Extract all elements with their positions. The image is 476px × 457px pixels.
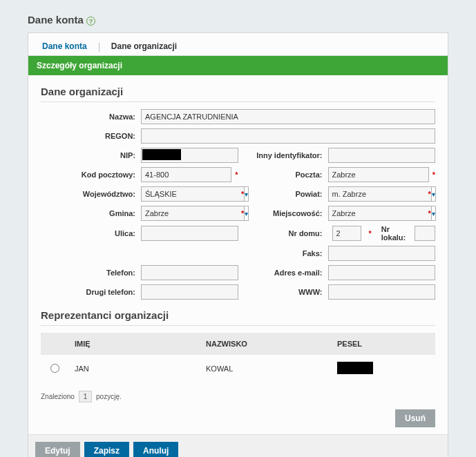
label-nrlokalu: Nr lokalu:	[381, 225, 410, 242]
input-telefon[interactable]	[141, 265, 238, 280]
label-telefon2: Drugi telefon:	[41, 288, 141, 296]
main-panel: Dane konta Dane organizacji Szczegóły or…	[28, 32, 448, 457]
reps-table: IMIĘ NAZWISKO PESEL JAN KOWAL	[41, 333, 435, 382]
delete-button[interactable]: Usuń	[395, 409, 435, 427]
input-kod[interactable]	[141, 167, 231, 182]
cell-nazwisko: KOWAL	[206, 364, 337, 373]
label-nazwa: Nazwa:	[41, 113, 141, 121]
label-regon: REGON:	[41, 132, 141, 140]
chevron-down-icon[interactable]: ▾	[432, 206, 436, 221]
required-marker: *	[369, 229, 372, 237]
input-ulica[interactable]	[141, 226, 238, 241]
cell-pesel	[337, 362, 426, 376]
col-nazwisko: NAZWISKO	[206, 340, 337, 348]
tab-divider	[99, 43, 99, 52]
select-woj[interactable]	[141, 186, 245, 202]
label-email: Adres e-mail:	[238, 269, 328, 277]
label-innyid: Inny identyfikator:	[238, 151, 328, 159]
input-email[interactable]	[328, 265, 436, 280]
label-kod: Kod pocztowy:	[41, 171, 141, 179]
label-nip: NIP:	[41, 151, 141, 159]
input-nrlokalu[interactable]	[415, 226, 435, 241]
required-marker: *	[432, 171, 435, 179]
label-poczta: Poczta:	[238, 171, 328, 179]
col-imie: IMIĘ	[75, 340, 206, 348]
redacted-nip	[142, 149, 181, 160]
label-woj: Województwo:	[41, 190, 141, 198]
input-innyid[interactable]	[328, 148, 436, 163]
label-ulica: Ulica:	[41, 229, 141, 237]
page-title: Dane konta ?	[28, 14, 448, 26]
tabs: Dane konta Dane organizacji	[28, 33, 448, 56]
select-miejsc[interactable]	[328, 206, 432, 221]
required-marker: *	[428, 190, 431, 198]
table-row: JAN KOWAL	[41, 355, 435, 382]
select-powiat[interactable]	[328, 186, 432, 202]
action-bar: Edytuj Zapisz Anuluj	[28, 434, 448, 457]
label-powiat: Powiat:	[238, 190, 328, 198]
chevron-down-icon[interactable]: ▾	[432, 186, 436, 202]
row-radio[interactable]	[50, 364, 59, 373]
cell-imie: JAN	[75, 364, 206, 373]
label-gmina: Gmina:	[41, 209, 141, 217]
label-faks: Faks:	[238, 249, 328, 257]
required-marker: *	[428, 209, 431, 217]
pager: Znaleziono 1 pozycję.	[41, 391, 435, 402]
label-www: WWW:	[238, 288, 328, 296]
pager-count: 1	[79, 391, 93, 402]
section-title-reprezentanci: Reprezentanci organizacji	[41, 309, 435, 326]
tab-dane-konta[interactable]: Dane konta	[35, 37, 94, 55]
label-telefon: Telefon:	[41, 269, 141, 277]
col-pesel: PESEL	[337, 340, 426, 348]
save-button[interactable]: Zapisz	[84, 442, 129, 457]
input-nrdomu[interactable]	[332, 226, 361, 241]
input-nazwa[interactable]	[141, 109, 435, 124]
cancel-button[interactable]: Anuluj	[133, 442, 178, 457]
select-gmina[interactable]	[141, 206, 245, 221]
section-title-organizacja: Dane organizacji	[41, 86, 435, 102]
tab-dane-organizacji[interactable]: Dane organizacji	[104, 37, 184, 55]
input-poczta[interactable]	[328, 167, 429, 182]
label-nrdomu: Nr domu:	[238, 229, 328, 237]
section-header-bar: Szczegóły organizacji	[28, 56, 448, 75]
input-telefon2[interactable]	[141, 284, 238, 300]
table-header: IMIĘ NAZWISKO PESEL	[41, 333, 435, 355]
redacted-pesel	[337, 362, 373, 374]
input-faks[interactable]	[328, 246, 436, 261]
label-miejsc: Miejscowość:	[238, 209, 328, 217]
edit-button[interactable]: Edytuj	[35, 442, 80, 457]
input-regon[interactable]	[141, 128, 435, 144]
input-www[interactable]	[328, 284, 436, 300]
help-icon[interactable]: ?	[86, 17, 95, 26]
